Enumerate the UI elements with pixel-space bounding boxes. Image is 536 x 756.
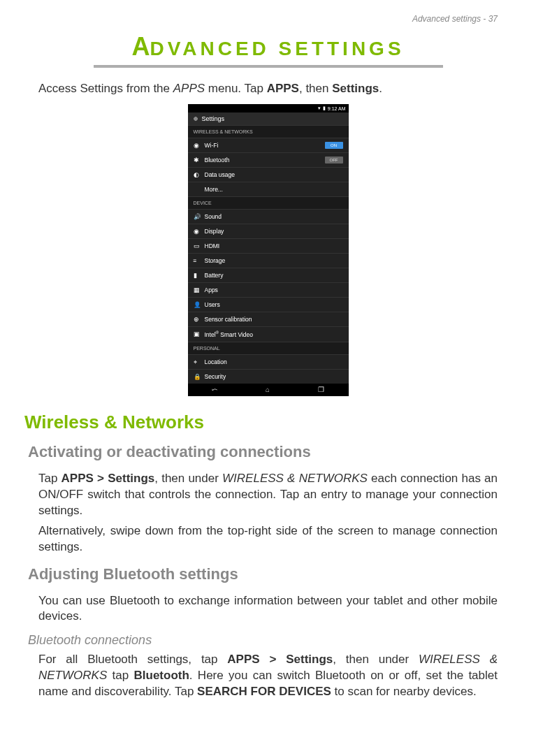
title-rest: DVANCED SETTINGS [150,38,404,59]
home-icon[interactable]: ⌂ [266,386,270,393]
apps-icon: ▦ [194,286,201,293]
page-header: Advanced settings - 37 [38,14,498,24]
intro-text: menu. Tap [205,82,267,95]
row-sound-label: Sound [205,213,222,220]
settings-gear-icon [192,115,199,122]
users-icon: 👤 [194,301,201,308]
row-sound[interactable]: 🔊Sound [188,209,349,224]
heading-wireless-networks: Wireless & Networks [24,412,498,433]
bluetooth-toggle[interactable]: OFF [325,157,343,163]
storage-icon: ≡ [194,257,201,264]
heading-bluetooth-connections: Bluetooth connections [28,633,498,648]
video-icon: ▣ [194,330,201,337]
intro-text: . [379,82,382,95]
row-intel-label: Intel® Smart Video [205,330,253,338]
blank-icon [194,186,201,193]
title-divider [94,65,443,68]
intro-text: Access Settings from the [38,82,173,95]
sensor-icon: ⊕ [194,316,201,323]
sound-icon: 🔊 [194,213,201,220]
row-security-label: Security [205,373,226,380]
status-time: 9:12 AM [328,106,346,111]
intro-text: , then [299,82,332,95]
row-battery-label: Battery [205,272,224,279]
paragraph-activating-1: Tap APPS > Settings, then under WIRELESS… [38,471,498,519]
section-personal: PERSONAL [188,342,349,354]
location-icon: ⌖ [194,358,201,365]
page-title: ADVANCED SETTINGS [38,32,498,61]
row-wifi[interactable]: ◉Wi-Fi ON [188,138,349,152]
row-apps-label: Apps [205,286,218,293]
battery-row-icon: ▮ [194,272,201,279]
lock-icon: 🔒 [194,373,201,380]
row-more-label: More... [205,186,223,193]
screenshot-app-title: Settings [202,115,225,122]
row-display[interactable]: ◉Display [188,224,349,238]
row-hdmi-label: HDMI [205,242,220,249]
heading-activating: Activating or deactivating connections [28,443,498,461]
row-display-label: Display [205,228,224,235]
row-bluetooth[interactable]: ✱Bluetooth OFF [188,152,349,167]
row-security[interactable]: 🔒Security [188,369,349,384]
section-wireless: WIRELESS & NETWORKS [188,125,349,138]
row-storage[interactable]: ≡Storage [188,253,349,268]
bluetooth-icon: ✱ [194,157,201,163]
row-sensor-label: Sensor calibration [205,316,252,323]
status-bar: ▾ ▮ 9:12 AM [188,104,349,112]
row-users-label: Users [205,301,220,308]
row-more[interactable]: More... [188,182,349,196]
intro-paragraph: Access Settings from the APPS menu. Tap … [38,82,498,96]
row-apps[interactable]: ▦Apps [188,282,349,297]
wifi-icon: ◉ [194,142,201,149]
back-icon[interactable]: ⤺ [212,386,217,393]
heading-adjusting-bluetooth: Adjusting Bluetooth settings [28,565,498,583]
row-data-usage[interactable]: ◐Data usage [188,167,349,182]
intro-apps-italic: APPS [173,82,205,95]
signal-icon: ▾ [318,106,321,111]
intro-settings-bold: Settings [332,82,379,95]
row-battery[interactable]: ▮Battery [188,268,349,282]
intro-apps-bold: APPS [267,82,299,95]
row-users[interactable]: 👤Users [188,297,349,312]
hdmi-icon: ▭ [194,242,201,249]
paragraph-activating-2: Alternatively, swipe down from the top-r… [38,523,498,555]
nav-bar: ⤺ ⌂ ❐ [188,384,349,396]
settings-screenshot: ▾ ▮ 9:12 AM Settings WIRELESS & NETWORKS… [188,104,349,396]
row-sensor-calibration[interactable]: ⊕Sensor calibration [188,312,349,326]
paragraph-bluetooth-connections: For all Bluetooth settings, tap APPS > S… [38,652,498,700]
row-location-label: Location [205,358,227,365]
section-device: DEVICE [188,196,349,209]
title-initial: A [131,32,150,61]
data-usage-icon: ◐ [194,171,201,178]
row-intel-smart-video[interactable]: ▣Intel® Smart Video [188,326,349,342]
row-location[interactable]: ⌖Location [188,354,349,369]
row-wifi-label: Wi-Fi [205,142,219,149]
paragraph-bluetooth-1: You can use Bluetooth to exchange inform… [38,593,498,625]
battery-icon: ▮ [323,106,326,111]
recent-icon[interactable]: ❐ [318,386,324,393]
row-data-label: Data usage [205,171,235,178]
row-bluetooth-label: Bluetooth [205,157,230,163]
wifi-toggle[interactable]: ON [325,142,343,149]
row-hdmi[interactable]: ▭HDMI [188,238,349,253]
row-storage-label: Storage [205,257,226,264]
screenshot-app-title-bar: Settings [188,112,349,125]
display-icon: ◉ [194,228,201,235]
